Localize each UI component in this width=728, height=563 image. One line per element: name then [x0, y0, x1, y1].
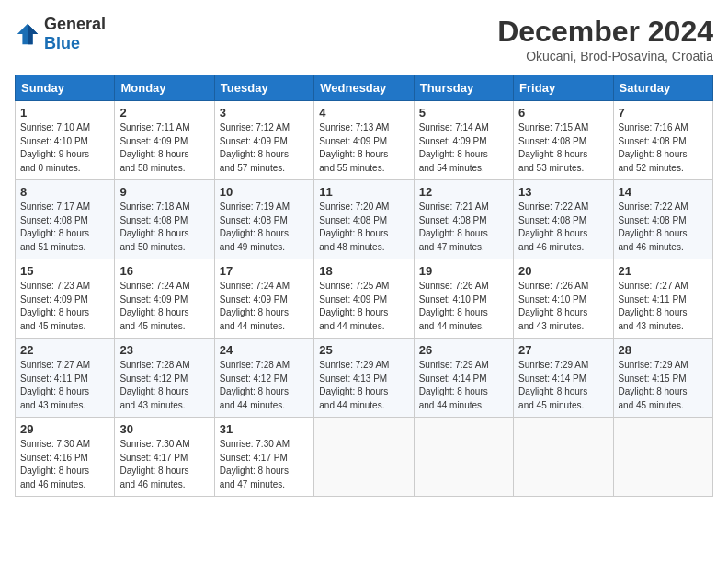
day-number: 5 [419, 106, 508, 120]
day-info: Sunrise: 7:26 AMSunset: 4:10 PMDaylight:… [518, 280, 608, 333]
title-block: December 2024 Okucani, Brod-Posavina, Cr… [497, 15, 713, 63]
day-info: Sunrise: 7:19 AMSunset: 4:08 PMDaylight:… [220, 201, 309, 254]
day-info: Sunrise: 7:30 AMSunset: 4:16 PMDaylight:… [20, 438, 109, 491]
weekday-header-thursday: Thursday [414, 75, 513, 101]
day-number: 11 [319, 185, 408, 199]
logo: General Blue [15, 15, 106, 53]
day-info: Sunrise: 7:22 AMSunset: 4:08 PMDaylight:… [619, 201, 708, 254]
day-number: 18 [319, 264, 408, 278]
day-number: 13 [518, 185, 608, 199]
calendar-cell: 31Sunrise: 7:30 AMSunset: 4:17 PMDayligh… [214, 418, 313, 497]
day-number: 12 [419, 185, 508, 199]
page-header: General Blue December 2024 Okucani, Brod… [15, 15, 713, 63]
calendar-cell: 1Sunrise: 7:10 AMSunset: 4:10 PMDaylight… [16, 101, 115, 180]
day-info: Sunrise: 7:30 AMSunset: 4:17 PMDaylight:… [119, 438, 209, 491]
day-info: Sunrise: 7:17 AMSunset: 4:08 PMDaylight:… [20, 201, 109, 254]
weekday-header-sunday: Sunday [16, 75, 115, 101]
calendar-cell: 17Sunrise: 7:24 AMSunset: 4:09 PMDayligh… [214, 259, 313, 339]
calendar-cell [613, 418, 712, 497]
day-number: 30 [119, 422, 209, 436]
day-info: Sunrise: 7:28 AMSunset: 4:12 PMDaylight:… [119, 359, 209, 412]
day-info: Sunrise: 7:24 AMSunset: 4:09 PMDaylight:… [119, 280, 209, 333]
day-number: 31 [220, 422, 309, 436]
day-info: Sunrise: 7:16 AMSunset: 4:08 PMDaylight:… [619, 121, 708, 175]
day-info: Sunrise: 7:12 AMSunset: 4:09 PMDaylight:… [220, 121, 309, 175]
logo-blue-text: Blue [44, 34, 80, 52]
day-number: 10 [220, 185, 309, 199]
calendar-cell: 24Sunrise: 7:28 AMSunset: 4:12 PMDayligh… [214, 339, 313, 418]
day-info: Sunrise: 7:25 AMSunset: 4:09 PMDaylight:… [319, 280, 408, 333]
day-number: 25 [319, 343, 408, 357]
calendar-cell: 10Sunrise: 7:19 AMSunset: 4:08 PMDayligh… [214, 180, 313, 259]
day-info: Sunrise: 7:24 AMSunset: 4:09 PMDaylight:… [220, 280, 309, 333]
weekday-header-monday: Monday [115, 75, 214, 101]
day-info: Sunrise: 7:18 AMSunset: 4:08 PMDaylight:… [119, 201, 209, 254]
day-number: 21 [619, 264, 708, 278]
calendar-week-3: 15Sunrise: 7:23 AMSunset: 4:09 PMDayligh… [16, 259, 713, 339]
calendar-cell: 18Sunrise: 7:25 AMSunset: 4:09 PMDayligh… [314, 259, 414, 339]
day-info: Sunrise: 7:29 AMSunset: 4:13 PMDaylight:… [319, 359, 408, 412]
day-info: Sunrise: 7:14 AMSunset: 4:09 PMDaylight:… [419, 121, 508, 175]
calendar-cell: 2Sunrise: 7:11 AMSunset: 4:09 PMDaylight… [115, 101, 214, 180]
day-info: Sunrise: 7:15 AMSunset: 4:08 PMDaylight:… [518, 121, 608, 175]
calendar-cell: 21Sunrise: 7:27 AMSunset: 4:11 PMDayligh… [613, 259, 712, 339]
weekday-header-row: SundayMondayTuesdayWednesdayThursdayFrid… [16, 75, 713, 101]
day-number: 20 [518, 264, 608, 278]
weekday-header-saturday: Saturday [613, 75, 712, 101]
day-info: Sunrise: 7:27 AMSunset: 4:11 PMDaylight:… [20, 359, 109, 412]
calendar-cell: 28Sunrise: 7:29 AMSunset: 4:15 PMDayligh… [613, 339, 712, 418]
day-info: Sunrise: 7:23 AMSunset: 4:09 PMDaylight:… [20, 280, 109, 333]
month-title: December 2024 [497, 15, 713, 49]
calendar-week-2: 8Sunrise: 7:17 AMSunset: 4:08 PMDaylight… [16, 180, 713, 259]
logo-general-text: General [44, 15, 106, 33]
day-info: Sunrise: 7:13 AMSunset: 4:09 PMDaylight:… [319, 121, 408, 175]
day-info: Sunrise: 7:10 AMSunset: 4:10 PMDaylight:… [20, 121, 109, 175]
day-info: Sunrise: 7:27 AMSunset: 4:11 PMDaylight:… [619, 280, 708, 333]
day-number: 2 [119, 106, 209, 120]
day-number: 14 [619, 185, 708, 199]
calendar-cell: 30Sunrise: 7:30 AMSunset: 4:17 PMDayligh… [115, 418, 214, 497]
calendar-cell: 13Sunrise: 7:22 AMSunset: 4:08 PMDayligh… [514, 180, 613, 259]
weekday-header-wednesday: Wednesday [314, 75, 414, 101]
day-number: 29 [20, 422, 109, 436]
day-number: 19 [419, 264, 508, 278]
calendar-cell [514, 418, 613, 497]
day-number: 27 [518, 343, 608, 357]
day-number: 7 [619, 106, 708, 120]
svg-marker-1 [28, 24, 38, 44]
day-info: Sunrise: 7:29 AMSunset: 4:15 PMDaylight:… [619, 359, 708, 412]
calendar-cell: 4Sunrise: 7:13 AMSunset: 4:09 PMDaylight… [314, 101, 414, 180]
day-info: Sunrise: 7:28 AMSunset: 4:12 PMDaylight:… [220, 359, 309, 412]
day-number: 23 [119, 343, 209, 357]
day-number: 8 [20, 185, 109, 199]
calendar-cell: 26Sunrise: 7:29 AMSunset: 4:14 PMDayligh… [414, 339, 513, 418]
day-info: Sunrise: 7:30 AMSunset: 4:17 PMDaylight:… [220, 438, 309, 491]
calendar-cell: 9Sunrise: 7:18 AMSunset: 4:08 PMDaylight… [115, 180, 214, 259]
day-number: 16 [119, 264, 209, 278]
day-info: Sunrise: 7:29 AMSunset: 4:14 PMDaylight:… [419, 359, 508, 412]
logo-icon [15, 21, 40, 47]
day-number: 15 [20, 264, 109, 278]
day-number: 9 [119, 185, 209, 199]
calendar-cell: 16Sunrise: 7:24 AMSunset: 4:09 PMDayligh… [115, 259, 214, 339]
day-info: Sunrise: 7:22 AMSunset: 4:08 PMDaylight:… [518, 201, 608, 254]
calendar-week-1: 1Sunrise: 7:10 AMSunset: 4:10 PMDaylight… [16, 101, 713, 180]
calendar-cell [314, 418, 414, 497]
calendar-cell: 12Sunrise: 7:21 AMSunset: 4:08 PMDayligh… [414, 180, 513, 259]
calendar-cell: 11Sunrise: 7:20 AMSunset: 4:08 PMDayligh… [314, 180, 414, 259]
calendar-cell: 6Sunrise: 7:15 AMSunset: 4:08 PMDaylight… [514, 101, 613, 180]
calendar-cell: 3Sunrise: 7:12 AMSunset: 4:09 PMDaylight… [214, 101, 313, 180]
day-number: 17 [220, 264, 309, 278]
day-number: 3 [220, 106, 309, 120]
day-number: 24 [220, 343, 309, 357]
calendar-cell: 23Sunrise: 7:28 AMSunset: 4:12 PMDayligh… [115, 339, 214, 418]
calendar-cell: 7Sunrise: 7:16 AMSunset: 4:08 PMDaylight… [613, 101, 712, 180]
day-number: 28 [619, 343, 708, 357]
calendar-cell: 27Sunrise: 7:29 AMSunset: 4:14 PMDayligh… [514, 339, 613, 418]
day-info: Sunrise: 7:21 AMSunset: 4:08 PMDaylight:… [419, 201, 508, 254]
calendar-cell: 29Sunrise: 7:30 AMSunset: 4:16 PMDayligh… [16, 418, 115, 497]
day-info: Sunrise: 7:29 AMSunset: 4:14 PMDaylight:… [518, 359, 608, 412]
day-number: 4 [319, 106, 408, 120]
day-info: Sunrise: 7:26 AMSunset: 4:10 PMDaylight:… [419, 280, 508, 333]
calendar-cell [414, 418, 513, 497]
